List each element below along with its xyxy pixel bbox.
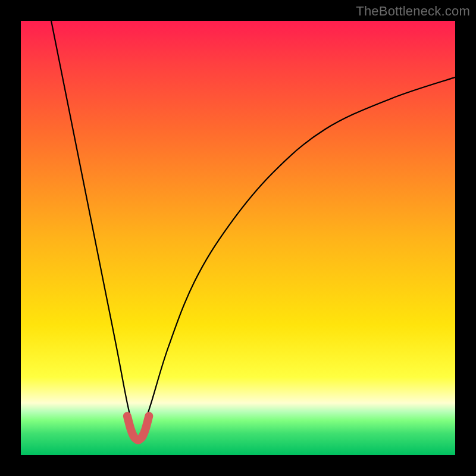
watermark-text: TheBottleneck.com	[356, 4, 470, 19]
chart-frame: TheBottleneck.com	[0, 0, 476, 476]
curve-layer	[21, 21, 455, 455]
bottleneck-curve	[51, 21, 455, 438]
highlight-valley	[127, 416, 149, 440]
plot-area	[21, 21, 455, 455]
